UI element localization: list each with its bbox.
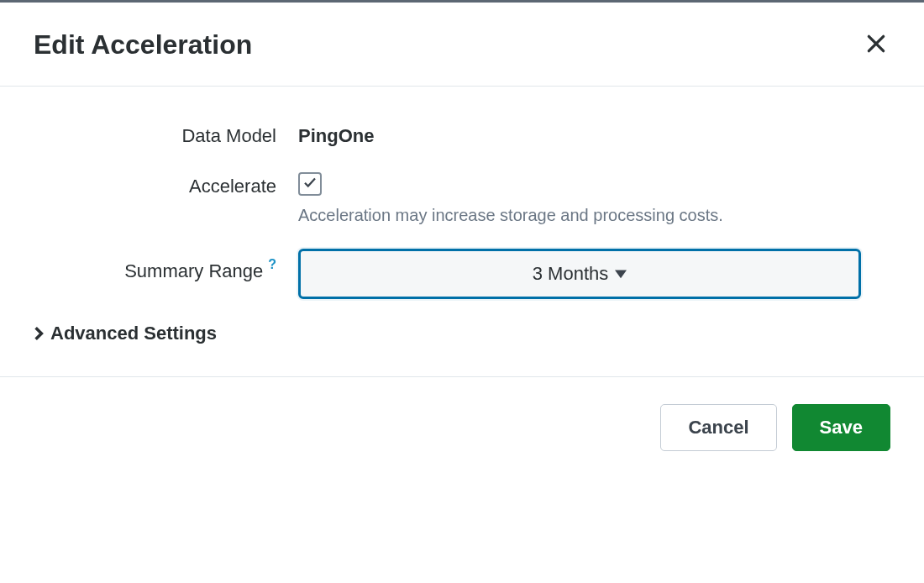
- accelerate-checkbox-wrap: [298, 171, 322, 196]
- data-model-label: Data Model: [181, 125, 276, 146]
- accelerate-label-col: Accelerate: [34, 171, 298, 197]
- advanced-settings-label: Advanced Settings: [50, 323, 217, 344]
- accelerate-label: Accelerate: [189, 176, 276, 197]
- summary-range-value-col: 3 Months: [298, 249, 890, 299]
- summary-range-label-col: Summary Range ?: [34, 249, 298, 282]
- cancel-button[interactable]: Cancel: [660, 404, 776, 451]
- accelerate-checkbox[interactable]: [298, 172, 322, 196]
- save-button[interactable]: Save: [792, 404, 890, 451]
- check-icon: [302, 175, 318, 193]
- modal-footer: Cancel Save: [0, 376, 924, 478]
- modal-title: Edit Acceleration: [34, 29, 252, 60]
- modal-header: Edit Acceleration: [0, 3, 924, 87]
- accelerate-value-col: Acceleration may increase storage and pr…: [298, 171, 890, 225]
- caret-down-icon: [615, 263, 627, 285]
- summary-range-value: 3 Months: [533, 263, 609, 285]
- data-model-row: Data Model PingOne: [34, 120, 890, 147]
- close-icon: [865, 45, 887, 57]
- chevron-right-icon: [34, 326, 44, 341]
- summary-range-label: Summary Range: [124, 260, 263, 282]
- accelerate-help-text: Acceleration may increase storage and pr…: [298, 206, 890, 225]
- svg-marker-2: [615, 270, 627, 278]
- summary-range-dropdown[interactable]: 3 Months: [298, 249, 861, 299]
- accelerate-row: Accelerate Acceleration may increase sto…: [34, 171, 890, 225]
- summary-range-row: Summary Range ? 3 Months: [34, 249, 890, 299]
- advanced-settings-toggle[interactable]: Advanced Settings: [34, 323, 890, 344]
- close-button[interactable]: [862, 29, 890, 60]
- summary-range-label-wrap: Summary Range ?: [34, 260, 276, 282]
- data-model-value-col: PingOne: [298, 120, 890, 147]
- data-model-value: PingOne: [298, 120, 890, 147]
- modal-body: Data Model PingOne Accelerate Accelerati…: [0, 87, 924, 376]
- summary-range-help-link[interactable]: ?: [268, 257, 276, 272]
- data-model-label-col: Data Model: [34, 120, 298, 147]
